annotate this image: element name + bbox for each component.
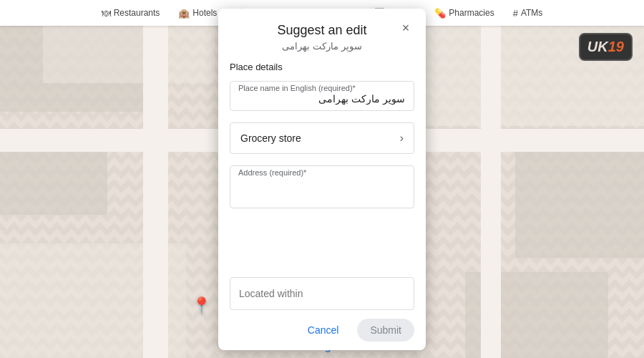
suggest-edit-dialog: Suggest an edit سوپر مارکت بهرامی × Plac…: [218, 9, 426, 350]
nav-hotels-label: Hotels: [192, 8, 217, 18]
dialog-subtitle: سوپر مارکت بهرامی: [233, 41, 411, 52]
address-group: Address (required)*: [230, 165, 414, 208]
place-name-float-label: Place name in English (required)*: [237, 84, 357, 92]
close-button[interactable]: ×: [397, 20, 414, 37]
nav-atms-label: ATMs: [521, 8, 542, 18]
nav-restaurants-label: Restaurants: [114, 8, 160, 18]
category-row[interactable]: Grocery store ›: [230, 122, 414, 154]
nav-pharmacies-label: Pharmacies: [449, 8, 494, 18]
nav-pharmacies[interactable]: 💊 Pharmacies: [428, 4, 500, 22]
brand-text-19: 19: [608, 39, 624, 55]
dialog-title: Suggest an edit: [277, 23, 366, 37]
cancel-button[interactable]: Cancel: [295, 319, 352, 342]
located-within-input[interactable]: [230, 277, 414, 310]
nav-restaurants[interactable]: 🍽 Restaurants: [95, 4, 167, 22]
content-spacer: [230, 220, 414, 277]
submit-button[interactable]: Submit: [357, 319, 414, 342]
nav-atms[interactable]: # ATMs: [507, 4, 550, 22]
nav-hotels[interactable]: 🏨 Hotels: [172, 4, 223, 22]
category-label: Grocery store: [240, 132, 301, 144]
brand-logo: UK 19: [579, 33, 633, 61]
dialog-content: Place details Place name in English (req…: [218, 59, 426, 310]
place-name-group: Place name in English (required)*: [230, 81, 414, 111]
address-float-label: Address (required)*: [237, 168, 308, 177]
place-details-label: Place details: [230, 62, 414, 72]
brand-text-uk: UK: [587, 39, 608, 55]
restaurant-icon: 🍽: [102, 8, 111, 19]
dialog-footer: Cancel Submit: [218, 310, 426, 350]
chevron-right-icon: ›: [400, 132, 404, 145]
atm-icon: #: [513, 8, 518, 19]
pharmacy-icon: 💊: [434, 8, 446, 19]
hotel-icon: 🏨: [178, 8, 190, 19]
dialog-header: Suggest an edit سوپر مارکت بهرامی ×: [218, 9, 426, 59]
map-pin: 📍: [192, 296, 211, 315]
